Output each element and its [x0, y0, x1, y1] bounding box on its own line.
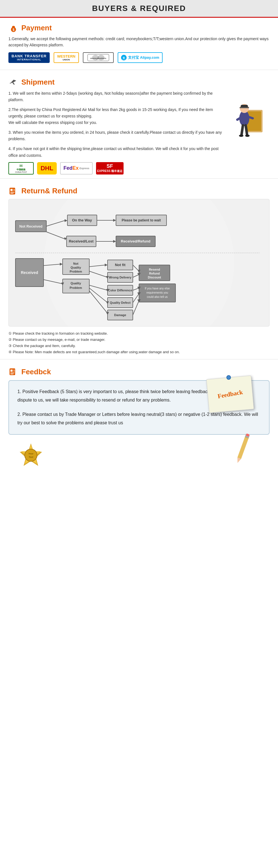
svg-text:Quality: Quality	[70, 282, 81, 285]
svg-text:Not: Not	[73, 262, 79, 265]
svg-marker-58	[105, 264, 108, 267]
svg-point-108	[25, 449, 37, 461]
refund-heading: Return& Refund	[21, 187, 77, 195]
note-4-text: ④ Please Note: Men made defects are not …	[8, 349, 180, 355]
svg-line-94	[133, 288, 139, 290]
svg-text:could also tell us: could also tell us	[147, 295, 168, 299]
svg-line-78	[89, 288, 108, 303]
chinapost-icon: ✉	[20, 163, 23, 168]
feedback-card-label: Feedback	[217, 388, 243, 400]
payment-logos: BANK TRANSFER INTERNATIONAL WESTERN UNIO…	[8, 52, 270, 63]
feedback-title-row: Feedbck	[8, 367, 270, 377]
refund-note-4: ④ Please Note: Men made defects are not …	[8, 349, 270, 355]
alipay-logo: 支 支付宝 Alipay.com	[118, 52, 163, 63]
svg-marker-45	[113, 240, 116, 243]
chinapost-top: 中国邮政	[16, 168, 26, 171]
moneybookers-logo: moneybookers	[83, 52, 114, 63]
bank-label: BANK TRANSFER	[11, 54, 47, 58]
dhl-logo: DHL	[37, 162, 57, 175]
svg-rect-3	[12, 27, 15, 28]
svg-marker-37	[113, 219, 116, 222]
refund-notes: ① Please check the tracking in formation…	[8, 331, 270, 355]
svg-rect-23	[10, 189, 13, 191]
payment-icon: $	[8, 23, 19, 33]
fedex-fe: Fed	[64, 165, 72, 171]
refund-title-row: Return& Refund	[8, 186, 270, 196]
svg-text:Received: Received	[21, 270, 38, 275]
note-1-text: ① Please check the tracking in formation…	[8, 331, 108, 337]
svg-line-40	[46, 232, 65, 239]
svg-line-18	[246, 125, 247, 135]
shipment-section: Shipment 1. We will sent the items withi…	[0, 72, 278, 177]
thumbtack	[226, 375, 231, 380]
return-refund-section: Return& Refund Not Received On the Way P…	[0, 181, 278, 358]
svg-text:requirements you: requirements you	[146, 291, 168, 294]
shipment-text-block: 1. We will sent the items within 2-5days…	[8, 90, 224, 175]
delivery-man-svg	[229, 93, 265, 149]
sf-circle: SF	[107, 163, 113, 169]
shipment-image	[224, 90, 270, 175]
refund-note-3: ③ Check the package and Item, carefully.	[8, 343, 270, 349]
svg-text:If you have any else: If you have any else	[145, 287, 170, 290]
svg-text:moneybookers: moneybookers	[91, 57, 106, 60]
svg-text:Not Received: Not Received	[20, 224, 42, 228]
svg-text:Resend: Resend	[149, 268, 160, 271]
refund-note-2: ② Please contact us by meesage, e-mail, …	[8, 337, 270, 343]
svg-text:Refund: Refund	[149, 272, 160, 275]
shipment-para1: 1. We will sent the items within 2-5days…	[8, 90, 224, 103]
alipay-text: 支付宝 Alipay.com	[128, 55, 159, 60]
feedback-wrapper: Feedback 1. Positive Feedback (5 Stars) …	[8, 380, 270, 435]
payment-heading: Payment	[21, 24, 52, 32]
shipment-content: 1. We will sent the items within 2-5days…	[8, 90, 270, 175]
shipment-para3: 3. When you receive the items you ordere…	[8, 129, 224, 142]
svg-line-76	[89, 285, 108, 290]
svg-marker-33	[65, 219, 67, 222]
svg-text:Quality: Quality	[70, 266, 81, 269]
refund-icon	[8, 186, 19, 196]
page-header: BUYERS & REQUIRED	[0, 0, 278, 18]
svg-rect-21	[240, 107, 249, 108]
shipment-heading: Shipment	[21, 78, 55, 87]
svg-text:Damage: Damage	[114, 313, 126, 317]
wu-top: WESTERN	[57, 54, 75, 58]
svg-point-20	[245, 134, 250, 137]
page-title: BUYERS & REQUIRED	[0, 4, 278, 13]
chinapost-logo: ✉ 中国邮政 CHINA POST	[8, 162, 34, 175]
svg-marker-52	[60, 263, 63, 266]
western-union-logo: WESTERN UNION	[54, 52, 79, 63]
svg-text:Color Difference: Color Difference	[108, 288, 132, 292]
svg-line-96	[133, 293, 139, 303]
svg-rect-11	[247, 111, 261, 131]
feedback-section: Feedbck Feedback 1. Positive Feedback (5…	[0, 362, 278, 480]
feedback-heading: Feedbck	[21, 368, 51, 376]
svg-text:Received/Refund: Received/Refund	[121, 239, 150, 243]
svg-rect-101	[10, 370, 13, 372]
wu-bot: UNION	[63, 58, 70, 61]
svg-line-63	[89, 271, 108, 277]
shipping-logos: ✉ 中国邮政 CHINA POST DHL FedEx Express SF E…	[8, 162, 224, 175]
shipment-para4: 4. If you have not got it within the shi…	[8, 146, 224, 158]
svg-text:Your: Your	[28, 453, 34, 455]
svg-text:Please be patient to wait: Please be patient to wait	[121, 218, 161, 222]
note-2-text: ② Please contact us by meesage, e-mail, …	[8, 337, 105, 343]
payment-title-row: $ Payment	[8, 23, 270, 33]
svg-line-68	[43, 280, 63, 284]
svg-text:Received/Lost: Received/Lost	[69, 239, 94, 243]
shipment-para2: 2.The shipment by China Post Registered …	[8, 106, 224, 126]
feedback-card: Feedback	[206, 375, 254, 415]
chinapost-bottom: CHINA POST	[15, 171, 27, 173]
feedback-icon	[8, 367, 19, 377]
shipment-title-row: Shipment	[8, 77, 270, 87]
refund-note-1: ① Please check the tracking in formation…	[8, 331, 270, 337]
svg-line-57	[89, 265, 105, 267]
svg-line-32	[46, 221, 65, 226]
bank-sublabel: INTERNATIONAL	[17, 58, 41, 61]
dhl-text: DHL	[40, 165, 53, 172]
svg-line-17	[242, 125, 243, 135]
fedex-express: Express	[79, 167, 89, 170]
shipment-icon	[8, 77, 19, 87]
svg-text:支: 支	[122, 57, 126, 60]
svg-text:Problem: Problem	[70, 286, 82, 289]
svg-text:Discount: Discount	[148, 276, 161, 279]
payment-description: 1.Generally, we accept the following pay…	[8, 36, 270, 48]
